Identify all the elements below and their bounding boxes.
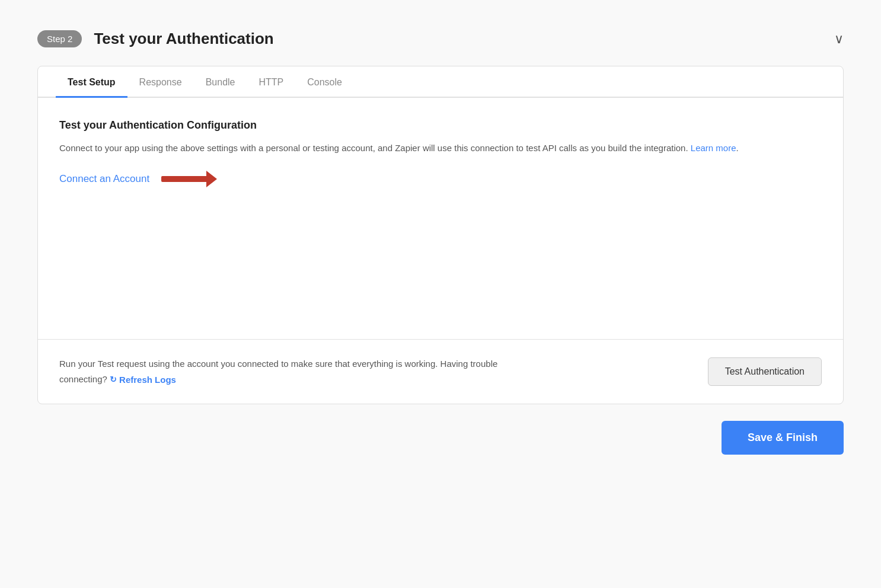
tab-bundle[interactable]: Bundle <box>194 66 247 98</box>
main-card: Test Setup Response Bundle HTTP Console … <box>37 66 844 404</box>
spacer <box>59 197 822 315</box>
step-header-left: Step 2 Test your Authentication <box>37 30 274 48</box>
page-container: Step 2 Test your Authentication ∨ Test S… <box>37 18 844 455</box>
test-authentication-button[interactable]: Test Authentication <box>708 357 822 386</box>
tabs-bar: Test Setup Response Bundle HTTP Console <box>38 66 843 98</box>
refresh-logs-label: Refresh Logs <box>119 372 176 388</box>
bottom-section: Run your Test request using the account … <box>38 339 843 404</box>
tab-http[interactable]: HTTP <box>247 66 295 98</box>
tab-response[interactable]: Response <box>127 66 194 98</box>
step-header: Step 2 Test your Authentication ∨ <box>37 18 844 66</box>
step-badge: Step 2 <box>37 30 82 47</box>
refresh-icon: ↻ <box>110 373 117 387</box>
bottom-description: Run your Test request using the account … <box>59 356 522 387</box>
learn-more-link[interactable]: Learn more <box>691 143 736 153</box>
arrow-body <box>161 176 209 182</box>
page-footer: Save & Finish <box>37 421 844 455</box>
arrow-indicator <box>161 176 209 182</box>
tab-console[interactable]: Console <box>295 66 354 98</box>
section-description: Connect to your app using the above sett… <box>59 141 822 155</box>
tab-test-setup[interactable]: Test Setup <box>56 66 127 98</box>
section-title: Test your Authentication Configuration <box>59 119 822 132</box>
refresh-logs-link[interactable]: ↻ Refresh Logs <box>110 372 176 388</box>
chevron-down-icon[interactable]: ∨ <box>834 31 844 47</box>
connect-account-row: Connect an Account <box>59 173 822 185</box>
save-finish-button[interactable]: Save & Finish <box>722 421 844 455</box>
description-text: Connect to your app using the above sett… <box>59 143 688 153</box>
tab-content-test-setup: Test your Authentication Configuration C… <box>38 98 843 339</box>
page-title: Test your Authentication <box>94 30 273 48</box>
connect-account-link[interactable]: Connect an Account <box>59 173 149 185</box>
